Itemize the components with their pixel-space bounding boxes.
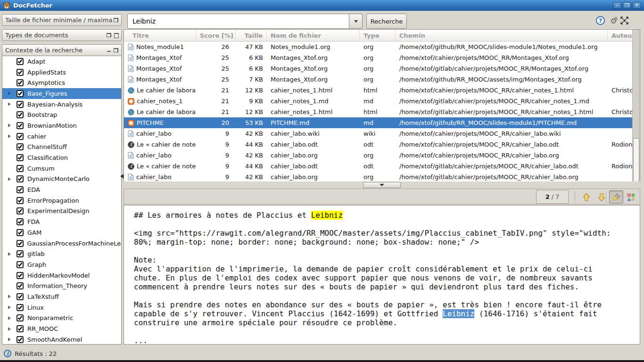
tree-item-ChannelStuff[interactable]: ChannelStuff — [2, 142, 121, 153]
tree-item-cahier[interactable]: cahier — [2, 131, 121, 142]
tree-item-Information_Theory[interactable]: Information_Theory — [2, 280, 121, 291]
sash-collapse-button[interactable] — [363, 182, 401, 188]
maximize-panel-icon[interactable] — [114, 33, 118, 37]
tree-item-LaTeXstuff[interactable]: LaTeXstuff — [2, 291, 121, 302]
checkbox[interactable] — [17, 69, 24, 76]
checkbox[interactable] — [17, 250, 24, 257]
expand-arrow-icon[interactable] — [6, 295, 13, 298]
column-header-score[interactable]: Score [%] — [196, 30, 236, 41]
tree-item-Cumsum[interactable]: Cumsum — [2, 163, 121, 174]
minimize-panel-icon[interactable] — [107, 48, 111, 52]
tree-item-RR_MOOC[interactable]: RR_MOOC — [2, 323, 121, 334]
table-row[interactable]: Le cahier de labora2112 KBcahier_notes_1… — [124, 107, 632, 117]
expand-arrow-icon[interactable] — [6, 123, 13, 127]
highlight-toggle-button[interactable] — [609, 190, 623, 204]
scope-panel-header[interactable]: Contexte de la recherche — [2, 44, 122, 56]
tree-item-gitlab[interactable]: gitlab — [2, 248, 121, 259]
checkbox[interactable] — [17, 336, 24, 343]
tree-item-EDA[interactable]: EDA — [2, 184, 121, 195]
restore-panel-icon[interactable] — [114, 18, 118, 22]
column-header-chemin[interactable]: Chemin — [396, 30, 608, 41]
expand-arrow-icon[interactable] — [6, 327, 13, 331]
tree-item-Nonparametric[interactable]: Nonparametric — [2, 313, 121, 324]
tree-item-Adapt[interactable]: Adapt — [2, 56, 121, 67]
table-row[interactable]: fLe « cahier de note944 KBcahier_labo.od… — [124, 161, 632, 172]
checkbox[interactable] — [17, 197, 24, 204]
tree-item-SmoothAndKernel[interactable]: SmoothAndKernel — [2, 334, 121, 345]
expand-arrow-icon[interactable] — [6, 177, 13, 181]
column-header-type[interactable]: Type — [360, 30, 396, 41]
expand-arrow-icon[interactable] — [6, 134, 13, 138]
tree-item-Bootstrap[interactable]: Bootstrap — [2, 109, 121, 120]
tree-item-Asymptotics[interactable]: Asymptotics — [2, 77, 121, 88]
checkbox[interactable] — [17, 111, 24, 118]
tree-item-FDA[interactable]: FDA — [2, 216, 121, 227]
table-row[interactable]: Notes_module12647 KBNotes_module1.orgorg… — [124, 41, 632, 52]
checkbox[interactable] — [17, 261, 24, 268]
checkbox[interactable] — [17, 293, 24, 300]
checkbox[interactable] — [17, 240, 24, 247]
column-header-taille[interactable]: Taille — [236, 30, 267, 41]
doctypes-panel-header[interactable]: Types de documents — [2, 29, 122, 41]
checkbox[interactable] — [17, 325, 24, 332]
restore-panel-icon[interactable] — [107, 33, 111, 37]
table-row[interactable]: Montages_Xtof256 KBMontages_Xtof.orgorg/… — [124, 63, 632, 74]
checkbox[interactable] — [17, 304, 24, 311]
restore-button[interactable]: ❐ — [623, 2, 631, 9]
tree-item-DynamicMonteCarlo[interactable]: DynamicMonteCarlo — [2, 174, 121, 185]
checkbox[interactable] — [17, 143, 24, 150]
minimize-button[interactable]: – — [613, 2, 621, 9]
collapse-sidebar-arrow-icon[interactable] — [120, 174, 124, 179]
tree-item-Bayesian-Analysis[interactable]: Bayesian-Analysis — [2, 99, 121, 110]
column-header-auteurs[interactable]: Auteurs — [608, 30, 632, 41]
column-header-titre[interactable]: Titre — [124, 30, 196, 41]
checkbox[interactable] — [17, 90, 24, 97]
search-button[interactable]: Recherche — [366, 14, 407, 29]
tree-item-Base_Figures[interactable]: Base_Figures — [2, 88, 121, 99]
preferences-gear-icon[interactable]: ⚙⚙ — [610, 16, 615, 25]
expand-arrow-icon[interactable] — [6, 337, 13, 341]
checkbox[interactable] — [17, 101, 24, 108]
search-history-dropdown[interactable] — [349, 14, 363, 29]
minimize-to-tray-icon[interactable] — [620, 16, 629, 25]
preview-pane[interactable]: ## Les armoires à notes de Placcius et L… — [124, 205, 640, 345]
checkbox[interactable] — [17, 165, 24, 172]
tree-item-Classification[interactable]: Classification — [2, 152, 121, 163]
table-row[interactable]: Montages_Xtof256 KBMontages_Xtof.orgorg/… — [124, 52, 632, 63]
checkbox[interactable] — [17, 314, 24, 321]
table-row[interactable]: cahier_labo942 KBcahier_labo.orgorg/home… — [124, 150, 632, 161]
table-row[interactable]: fLe « cahier de note944 KBcahier_labo.od… — [124, 139, 632, 150]
checkbox[interactable] — [17, 154, 24, 161]
expand-arrow-icon[interactable] — [6, 316, 13, 320]
table-row[interactable]: cahier_notes_1219 KBcahier_notes_1.mdmd/… — [124, 96, 632, 107]
table-row[interactable]: Montages_Xtof257 KBMontages_Xtof.orgorg/… — [124, 74, 632, 85]
scrollbar-thumb[interactable] — [633, 138, 639, 187]
table-vertical-scrollbar[interactable] — [632, 30, 640, 188]
search-input[interactable] — [127, 14, 349, 29]
checkbox[interactable] — [17, 58, 24, 65]
previous-match-button[interactable] — [580, 190, 593, 204]
tree-item-GaussianProcessForMachineLea[interactable]: GaussianProcessForMachineLea — [2, 238, 121, 249]
checkbox[interactable] — [17, 218, 24, 225]
checkbox[interactable] — [17, 207, 24, 214]
close-button[interactable]: ✕ — [633, 2, 641, 9]
expand-arrow-icon[interactable] — [6, 305, 13, 309]
tree-item-AppliedStats[interactable]: AppliedStats — [2, 67, 121, 78]
tree-item-BrownianMotion[interactable]: BrownianMotion — [2, 120, 121, 131]
tree-item-HiddenMarkovModel[interactable]: HiddenMarkovModel — [2, 270, 121, 281]
expand-arrow-icon[interactable] — [6, 102, 13, 106]
table-row[interactable]: cahier_labo942 KBcahier_labo.orgorg/home… — [124, 172, 632, 182]
checkbox[interactable] — [17, 133, 24, 140]
tree-item-GAM[interactable]: GAM — [2, 227, 121, 238]
table-row[interactable]: PITCHME2053 KBPITCHME.mdmd/home/xtof/git… — [124, 117, 632, 128]
tree-item-Graph[interactable]: Graph — [2, 259, 121, 270]
restore-panel-icon[interactable] — [114, 48, 118, 52]
table-row[interactable]: cahier_labo942 KBcahier_labo.wikiwiki/ho… — [124, 128, 632, 139]
checkbox[interactable] — [17, 186, 24, 193]
checkbox[interactable] — [17, 79, 24, 86]
tree-item-ErrorPropagation[interactable]: ErrorPropagation — [2, 195, 121, 206]
html-view-toggle-button[interactable] — [625, 190, 637, 204]
tree-item-ExperimentalDesign[interactable]: ExperimentalDesign — [2, 206, 121, 217]
checkbox[interactable] — [17, 175, 24, 182]
table-row[interactable]: Le cahier de labora2112 KBcahier_notes_1… — [124, 85, 632, 96]
